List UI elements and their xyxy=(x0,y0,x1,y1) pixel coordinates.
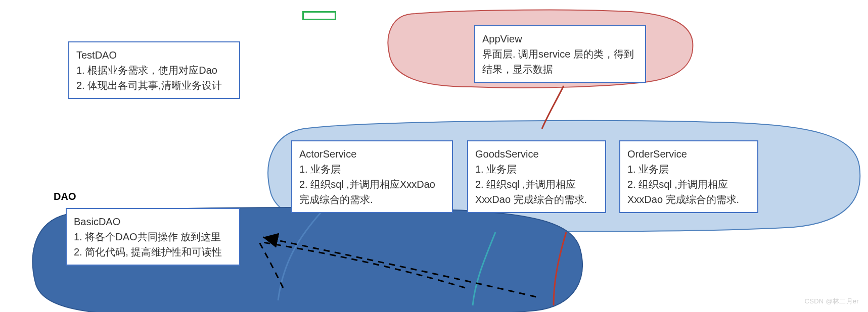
goods-service-line3: XxxDao 完成综合的需求. xyxy=(475,192,598,207)
order-service-line1: 1. 业务层 xyxy=(627,162,750,177)
box-goods-service: GoodsService 1. 业务层 2. 组织sql ,并调用相应 XxxD… xyxy=(467,140,606,213)
app-view-line2: 结果，显示数据 xyxy=(482,62,638,77)
dao-label: DAO xyxy=(54,191,76,202)
basic-dao-line2: 2. 简化代码, 提高维护性和可读性 xyxy=(74,244,232,259)
app-view-title: AppView xyxy=(482,31,638,46)
basic-dao-title: BasicDAO xyxy=(74,214,232,229)
app-view-line1: 界面层. 调用service 层的类，得到 xyxy=(482,46,638,62)
box-order-service: OrderService 1. 业务层 2. 组织sql ,并调用相应 XxxD… xyxy=(619,140,758,213)
actor-service-line1: 1. 业务层 xyxy=(299,162,445,177)
order-service-title: OrderService xyxy=(627,146,750,162)
order-service-line2: 2. 组织sql ,并调用相应 xyxy=(627,177,750,192)
order-service-line3: XxxDao 完成综合的需求. xyxy=(627,192,750,207)
actor-service-title: ActorService xyxy=(299,146,445,162)
goods-service-title: GoodsService xyxy=(475,146,598,162)
box-actor-service: ActorService 1. 业务层 2. 组织sql ,并调用相应XxxDa… xyxy=(291,140,453,213)
box-test-dao: TestDAO 1. 根据业务需求，使用对应Dao 2. 体现出各司其事,清晰业… xyxy=(68,41,240,99)
goods-service-line2: 2. 组织sql ,并调用相应 xyxy=(475,177,598,192)
basic-dao-line1: 1. 将各个DAO共同操作 放到这里 xyxy=(74,229,232,244)
box-app-view: AppView 界面层. 调用service 层的类，得到 结果，显示数据 xyxy=(474,25,646,83)
test-dao-title: TestDAO xyxy=(76,47,232,63)
box-basic-dao: BasicDAO 1. 将各个DAO共同操作 放到这里 2. 简化代码, 提高维… xyxy=(66,208,240,266)
actor-service-line3: 完成综合的需求. xyxy=(299,192,445,207)
actor-service-line2: 2. 组织sql ,并调用相应XxxDao xyxy=(299,177,445,192)
test-dao-line2: 2. 体现出各司其事,清晰业务设计 xyxy=(76,78,232,93)
watermark: CSDN @林二月er xyxy=(804,297,859,306)
green-rect-icon xyxy=(302,11,336,20)
goods-service-line1: 1. 业务层 xyxy=(475,162,598,177)
test-dao-line1: 1. 根据业务需求，使用对应Dao xyxy=(76,63,232,78)
